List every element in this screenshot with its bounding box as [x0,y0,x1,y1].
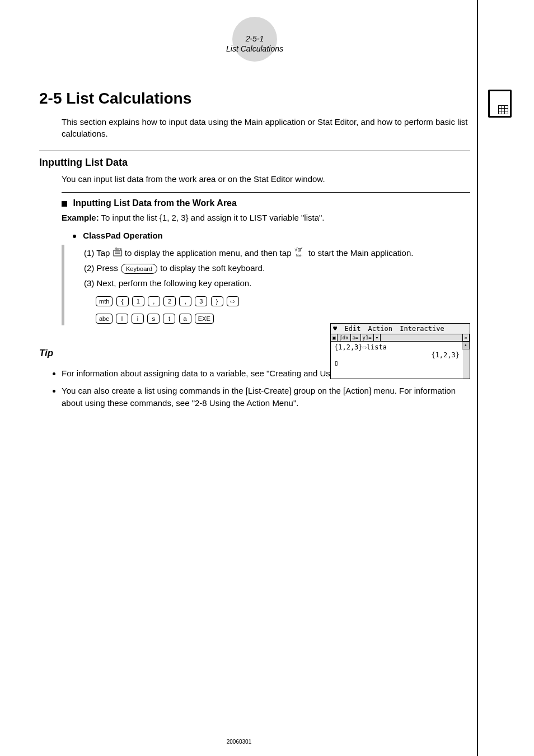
store-key: ⇨ [227,296,239,306]
menubar-interactive: Interactive [400,325,444,333]
toolbar-item: ▣ [331,334,338,341]
toolbar-item: ▾ [374,334,381,341]
abc-key: abc [96,314,113,324]
step-2b: to display the soft keyboard. [160,263,265,273]
footer-date: 20060301 [0,739,478,745]
comma-key: , [179,296,191,306]
subintro: You can input list data from the work ar… [62,174,470,184]
step-1a: (1) Tap [84,248,113,258]
example-label: Example: [62,213,99,222]
divider [39,151,470,151]
device-icon [488,90,512,118]
keyboard-key: Keyboard [121,264,157,274]
right-page-border [477,0,478,756]
svg-rect-0 [114,250,121,256]
a-key: a [179,314,191,324]
block-heading-text: Inputting List Data from the Work Area [73,198,236,208]
screenshot-menubar: ♥ Edit Action Interactive [331,324,470,334]
left-accent-bar [62,245,64,325]
page-header-title: List Calculations [226,44,283,54]
menubar-edit: Edit [344,325,360,333]
one-key: 1 [132,296,144,306]
l-key: l [116,314,128,324]
svg-text:Menu: Menu [115,247,122,250]
two-key: 2 [163,296,176,306]
toolbar-spacer [381,334,462,341]
toolbar-more: » [463,334,470,341]
block-heading: Inputting List Data from the Work Area [62,198,470,208]
toolbar-item: y1= [361,334,374,341]
three-key: 3 [195,296,207,306]
step-2a: (2) Press [84,263,120,273]
menubar-logo: ♥ [333,325,337,333]
operation-heading: ClassPad Operation [73,231,470,240]
mth-key: mth [96,296,113,306]
steps-block: (1) Tap Menu to display the application … [73,245,470,325]
intro-text: This section explains how to input data … [62,116,470,139]
t-key: t [163,314,175,324]
bullet-icon [73,235,76,238]
page-ref: 2-5-1 [226,34,283,44]
close-brace-key: } [211,296,223,306]
operation-heading-text: ClassPad Operation [83,231,163,240]
menubar-action: Action [368,325,392,333]
device-screenshot: ♥ Edit Action Interactive ▣ ∫dx a= y1= ▾… [330,323,470,379]
step-1: (1) Tap Menu to display the application … [84,245,470,260]
step-3: (3) Next, perform the following key oper… [84,276,470,291]
svg-text:Main: Main [296,254,302,257]
s-key: s [147,314,160,324]
tip-item: You can also create a list using command… [62,385,470,410]
menu-icon: Menu [113,246,123,262]
result-line: {1,2,3} [334,351,460,359]
cursor-line: ▯ [334,359,460,367]
screenshot-toolbar: ▣ ∫dx a= y1= ▾ » [331,334,470,342]
main-app-icon: √α⁄Main [294,246,306,262]
step-1c: to start the Main application. [308,248,414,258]
step-1b: to display the application menu, and the… [125,248,294,258]
section-title: 2-5 List Calculations [39,90,470,108]
sub-divider [62,192,470,193]
toolbar-item: a= [351,334,361,341]
svg-text:√α⁄: √α⁄ [294,246,302,253]
subheading: Inputting List Data [39,157,470,169]
example-line: Example: To input the list {1, 2, 3} and… [62,213,470,222]
example-text: To input the list {1, 2, 3} and assign i… [99,213,325,222]
open-brace-key: { [116,296,129,306]
exe-key: EXE [195,314,214,324]
step-2: (2) Press Keyboard to display the soft k… [84,260,470,276]
square-bullet-icon [62,201,67,207]
page-header: 2-5-1 List Calculations [39,17,470,67]
screenshot-workarea: ▴ {1,2,3}⇨lista {1,2,3} ▯ [331,342,470,379]
toolbar-item: ∫dx [338,334,350,341]
scroll-up-icon: ▴ [462,342,470,349]
key-row-1: mth { 1 , 2 , 3 } ⇨ [95,293,470,308]
comma-key: , [148,296,160,306]
i-key: i [132,314,144,324]
input-line: {1,2,3}⇨lista [334,343,460,351]
